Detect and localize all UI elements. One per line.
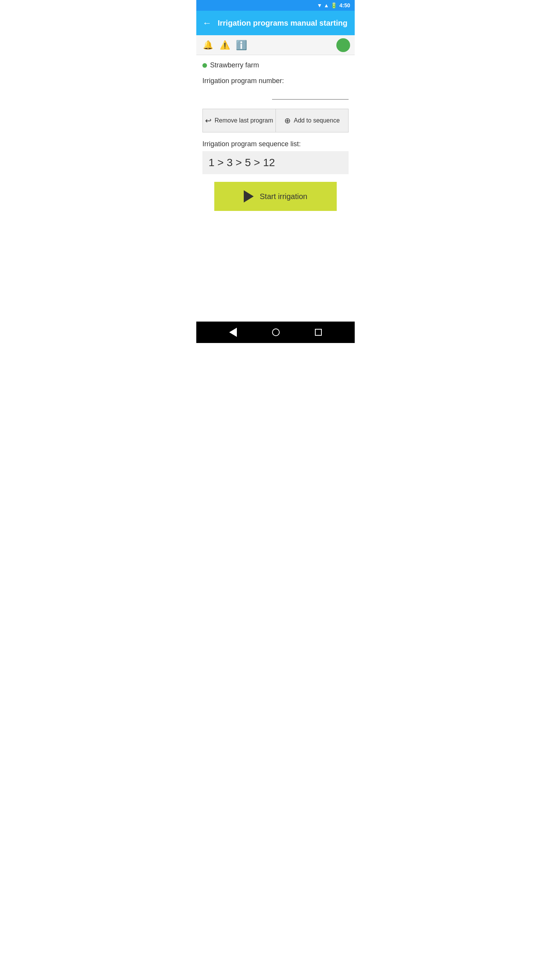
remove-button-label: Remove last program <box>215 117 273 124</box>
warning-icon: ⚠️ <box>220 40 230 50</box>
connection-status-indicator <box>336 38 350 52</box>
nav-home-icon <box>272 328 280 336</box>
app-bar-title: Irrigation programs manual starting <box>218 19 349 28</box>
bell-icon: 🔔 <box>203 40 213 50</box>
play-icon <box>244 190 254 203</box>
info-icon: ℹ️ <box>236 40 247 51</box>
warning-button[interactable]: ⚠️ <box>218 38 231 52</box>
start-button-label: Start irrigation <box>260 192 308 201</box>
nav-recents-icon <box>315 329 322 336</box>
farm-row: Strawberry farm <box>202 61 349 69</box>
farm-name: Strawberry farm <box>210 61 259 69</box>
info-button[interactable]: ℹ️ <box>235 38 248 52</box>
add-circle-icon: ⊕ <box>284 116 291 125</box>
nav-back-button[interactable] <box>229 328 237 337</box>
main-content: Strawberry farm Irrigation program numbe… <box>196 55 355 322</box>
undo-icon: ↩ <box>205 116 212 125</box>
sequence-text: 1 > 3 > 5 > 12 <box>209 157 275 168</box>
button-row: ↩ Remove last program ⊕ Add to sequence <box>202 109 349 132</box>
program-number-input[interactable] <box>272 88 349 100</box>
sequence-display: 1 > 3 > 5 > 12 <box>202 151 349 174</box>
start-button-wrapper: Start irrigation <box>202 182 349 211</box>
farm-status-dot <box>202 63 207 68</box>
bottom-nav-bar <box>196 322 355 343</box>
remove-last-program-button[interactable]: ↩ Remove last program <box>203 109 276 132</box>
status-icons: ▼ ▲ 🔋 <box>317 2 337 8</box>
toolbar-row: 🔔 ⚠️ ℹ️ <box>196 35 355 55</box>
nav-home-button[interactable] <box>272 328 280 336</box>
program-input-row <box>202 88 349 100</box>
sequence-list-label: Irrigation program sequence list: <box>202 140 349 148</box>
bell-button[interactable]: 🔔 <box>201 38 215 52</box>
program-number-label: Irrigation program number: <box>202 77 349 85</box>
start-irrigation-button[interactable]: Start irrigation <box>214 182 337 211</box>
add-to-sequence-button[interactable]: ⊕ Add to sequence <box>276 109 349 132</box>
nav-back-icon <box>229 328 237 337</box>
app-bar: ← Irrigation programs manual starting <box>196 11 355 35</box>
wifi-icon: ▼ <box>317 2 322 8</box>
back-button[interactable]: ← <box>202 18 212 28</box>
signal-icon: ▲ <box>324 2 329 8</box>
nav-recents-button[interactable] <box>315 329 322 336</box>
add-button-label: Add to sequence <box>294 117 340 124</box>
status-bar: ▼ ▲ 🔋 4:50 <box>196 0 355 11</box>
status-time: 4:50 <box>339 2 350 8</box>
battery-icon: 🔋 <box>331 2 337 8</box>
